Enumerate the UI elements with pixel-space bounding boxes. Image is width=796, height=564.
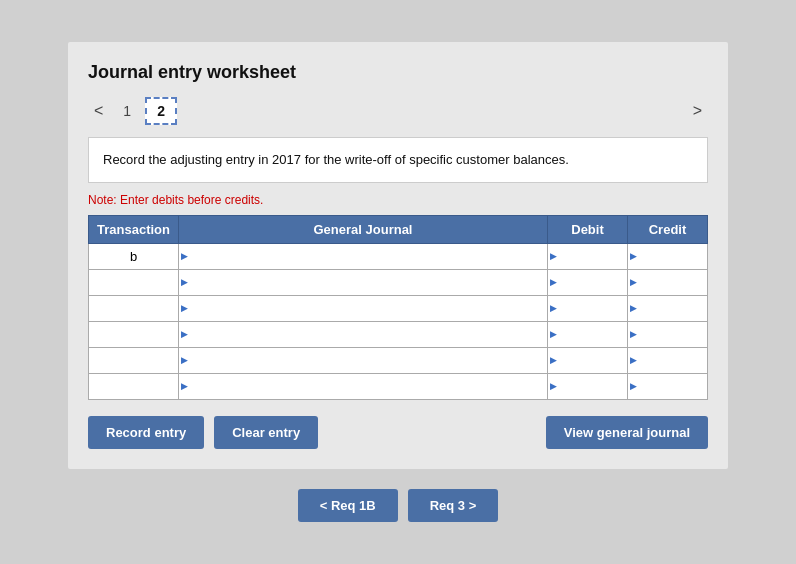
credit-input[interactable] (628, 270, 707, 295)
record-entry-button[interactable]: Record entry (88, 416, 204, 449)
debit-cell[interactable] (548, 321, 628, 347)
debit-cell[interactable] (548, 269, 628, 295)
journal-input[interactable] (179, 244, 547, 269)
table-row (89, 321, 708, 347)
tab-2[interactable]: 2 (145, 97, 177, 125)
journal-input[interactable] (179, 374, 547, 399)
clear-entry-button[interactable]: Clear entry (214, 416, 318, 449)
next-tab-button[interactable]: > (687, 100, 708, 122)
debit-input[interactable] (548, 244, 627, 269)
credit-input[interactable] (628, 296, 707, 321)
debit-cell[interactable] (548, 373, 628, 399)
prev-tab-button[interactable]: < (88, 100, 109, 122)
col-header-credit: Credit (628, 215, 708, 243)
credit-cell[interactable] (628, 373, 708, 399)
transaction-cell (89, 347, 179, 373)
credit-input[interactable] (628, 244, 707, 269)
debit-cell[interactable] (548, 347, 628, 373)
debit-input[interactable] (548, 296, 627, 321)
journal-cell[interactable] (179, 321, 548, 347)
table-row (89, 295, 708, 321)
credit-input[interactable] (628, 322, 707, 347)
journal-cell[interactable] (179, 347, 548, 373)
instruction-box: Record the adjusting entry in 2017 for t… (88, 137, 708, 183)
debit-input[interactable] (548, 270, 627, 295)
action-buttons: Record entry Clear entry View general jo… (88, 416, 708, 449)
bottom-navigation: < Req 1B Req 3 > (298, 489, 499, 522)
req3-button[interactable]: Req 3 > (408, 489, 499, 522)
journal-cell[interactable] (179, 269, 548, 295)
view-general-journal-button[interactable]: View general journal (546, 416, 708, 449)
journal-input[interactable] (179, 348, 547, 373)
credit-input[interactable] (628, 374, 707, 399)
col-header-debit: Debit (548, 215, 628, 243)
debit-input[interactable] (548, 348, 627, 373)
credit-cell[interactable] (628, 269, 708, 295)
col-header-transaction: Transaction (89, 215, 179, 243)
main-container: Journal entry worksheet < 1 2 > Record t… (68, 42, 728, 469)
debit-cell[interactable] (548, 295, 628, 321)
journal-cell[interactable] (179, 295, 548, 321)
journal-cell[interactable] (179, 373, 548, 399)
journal-cell[interactable] (179, 243, 548, 269)
instruction-text: Record the adjusting entry in 2017 for t… (103, 152, 569, 167)
journal-input[interactable] (179, 270, 547, 295)
page-title: Journal entry worksheet (88, 62, 708, 83)
debit-input[interactable] (548, 322, 627, 347)
credit-cell[interactable] (628, 243, 708, 269)
debit-input[interactable] (548, 374, 627, 399)
transaction-cell: b (89, 243, 179, 269)
transaction-cell (89, 373, 179, 399)
tab-1[interactable]: 1 (113, 99, 141, 123)
credit-cell[interactable] (628, 347, 708, 373)
col-header-journal: General Journal (179, 215, 548, 243)
note-text: Note: Enter debits before credits. (88, 193, 708, 207)
table-row (89, 373, 708, 399)
req1b-button[interactable]: < Req 1B (298, 489, 398, 522)
credit-cell[interactable] (628, 321, 708, 347)
credit-cell[interactable] (628, 295, 708, 321)
credit-input[interactable] (628, 348, 707, 373)
table-row: b (89, 243, 708, 269)
transaction-cell (89, 269, 179, 295)
debit-cell[interactable] (548, 243, 628, 269)
journal-input[interactable] (179, 296, 547, 321)
transaction-cell (89, 321, 179, 347)
table-row (89, 347, 708, 373)
table-row (89, 269, 708, 295)
tab-navigation: < 1 2 > (88, 97, 708, 125)
journal-input[interactable] (179, 322, 547, 347)
journal-table: Transaction General Journal Debit Credit… (88, 215, 708, 400)
transaction-cell (89, 295, 179, 321)
